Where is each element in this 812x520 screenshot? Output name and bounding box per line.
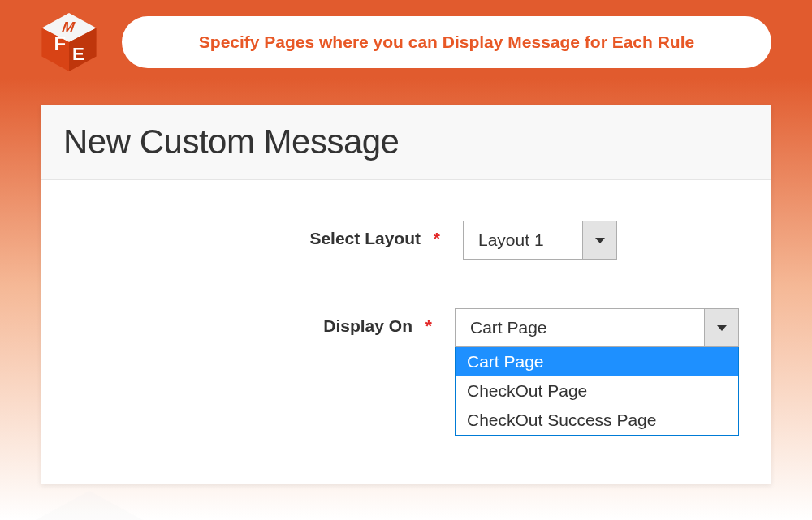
select-layout-dropdown[interactable]: Layout 1 [463, 221, 617, 260]
display-on-dropdown[interactable]: Cart Page [455, 308, 739, 347]
label-text-select-layout: Select Layout [309, 229, 421, 247]
svg-text:M: M [58, 511, 119, 520]
select-layout-value: Layout 1 [464, 221, 582, 259]
svg-marker-0 [0, 491, 185, 520]
panel-header: New Custom Message [41, 105, 771, 180]
display-on-options-list: Cart Page CheckOut Page CheckOut Success… [455, 347, 739, 436]
chevron-down-icon [717, 325, 727, 331]
chevron-down-icon [595, 238, 605, 243]
form-row-select-layout: Select Layout * Layout 1 [73, 221, 739, 260]
required-asterisk: * [434, 229, 440, 247]
svg-text:E: E [72, 44, 84, 64]
fme-logo-cube-watermark: F E M [0, 479, 203, 520]
panel-body: Select Layout * Layout 1 Display On * [41, 180, 771, 484]
display-on-value: Cart Page [456, 309, 704, 346]
form-row-display-on: Display On * Cart Page Cart Page CheckOu… [73, 308, 739, 436]
label-select-layout: Select Layout * [73, 221, 463, 248]
display-on-option[interactable]: Cart Page [456, 347, 738, 376]
svg-text:F: F [54, 32, 67, 54]
page-title: New Custom Message [63, 122, 749, 161]
required-asterisk: * [425, 316, 432, 335]
control-display-on: Cart Page Cart Page CheckOut Page CheckO… [455, 308, 739, 436]
header: F E M Specify Pages where you can Displa… [0, 0, 812, 84]
background-watermark: F E M [0, 479, 41, 520]
fme-logo-cube: F E M [37, 10, 102, 75]
panel: New Custom Message Select Layout * Layou… [41, 105, 771, 484]
label-text-display-on: Display On [323, 316, 412, 335]
display-on-button[interactable] [704, 309, 738, 346]
control-select-layout: Layout 1 [463, 221, 739, 260]
display-on-option[interactable]: CheckOut Page [456, 376, 738, 406]
select-layout-button[interactable] [582, 221, 616, 259]
label-display-on: Display On * [73, 308, 455, 336]
banner-title: Specify Pages where you can Display Mess… [122, 16, 771, 68]
logo-wrap: F E M [32, 10, 106, 75]
display-on-option[interactable]: CheckOut Success Page [456, 406, 738, 435]
